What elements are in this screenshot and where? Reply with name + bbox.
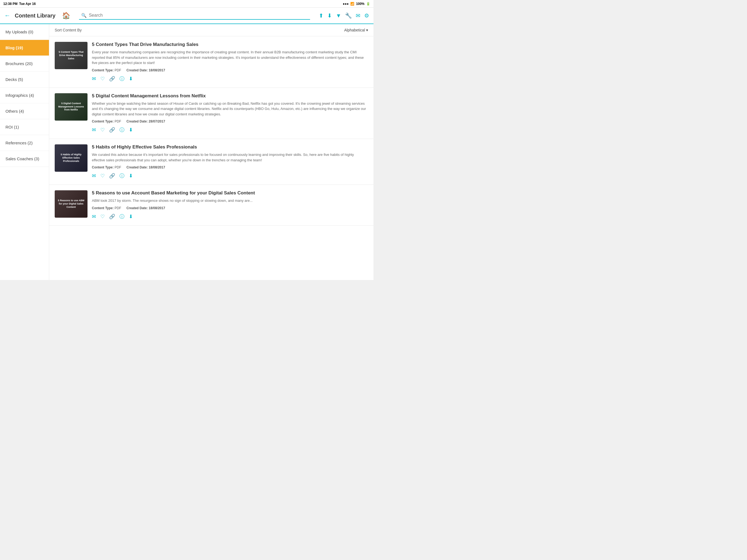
back-button[interactable]: ← bbox=[4, 12, 10, 19]
content-desc-3: ABM took 2017 by storm. The resurgence s… bbox=[92, 198, 368, 203]
wifi-icon: 📶 bbox=[350, 2, 354, 6]
status-left: 12:38 PM Tue Apr 16 bbox=[3, 2, 36, 6]
sidebar-item-6[interactable]: ROI (1) bbox=[0, 119, 49, 135]
content-desc-2: We curated this advice because it's impo… bbox=[92, 152, 368, 163]
content-item-1: 5 Digital Content Management Lessons fro… bbox=[49, 88, 374, 139]
action-info-3[interactable]: ⓘ bbox=[120, 213, 124, 220]
sort-bar: Sort Content By Alphabetical ▾ bbox=[49, 24, 374, 36]
content-thumbnail-2: 5 Habits of Highly Effective Sales Profe… bbox=[55, 144, 87, 172]
sort-dropdown[interactable]: Alphabetical ▾ bbox=[344, 28, 368, 32]
search-bar: 🔍 bbox=[79, 12, 310, 20]
sidebar-item-5[interactable]: Others (4) bbox=[0, 103, 49, 119]
status-day: Tue Apr 16 bbox=[19, 2, 36, 6]
sidebar-item-1[interactable]: Blog (19) bbox=[0, 40, 49, 56]
upload-icon[interactable]: ⬆ bbox=[319, 12, 324, 19]
action-heart-0[interactable]: ♡ bbox=[100, 76, 105, 82]
settings-icon[interactable]: ⚙ bbox=[364, 12, 369, 19]
status-time: 12:38 PM bbox=[3, 2, 18, 6]
content-item-0: 5 Content Types That Drive Manufacturing… bbox=[49, 36, 374, 88]
main-layout: My Uploads (0)Blog (19)Brochures (20)Dec… bbox=[0, 24, 374, 280]
content-thumbnail-1: 5 Digital Content Management Lessons fro… bbox=[55, 93, 87, 121]
action-download-1[interactable]: ⬇ bbox=[129, 127, 133, 133]
content-actions-3: ✉ ♡ 🔗 ⓘ ⬇ bbox=[92, 213, 368, 220]
action-heart-2[interactable]: ♡ bbox=[100, 173, 105, 179]
chevron-down-icon: ▾ bbox=[366, 28, 368, 32]
filter-icon[interactable]: ▼ bbox=[336, 12, 341, 19]
home-icon[interactable]: 🏠 bbox=[62, 12, 70, 19]
content-item-3: 5 Reasons to use ABM for your Digital Sa… bbox=[49, 185, 374, 226]
status-bar: 12:38 PM Tue Apr 16 ●●● 📶 100% 🔋 bbox=[0, 0, 374, 8]
content-item-2: 5 Habits of Highly Effective Sales Profe… bbox=[49, 139, 374, 185]
action-download-3[interactable]: ⬇ bbox=[129, 213, 133, 220]
signal-icon: ●●● bbox=[343, 2, 349, 6]
content-actions-2: ✉ ♡ 🔗 ⓘ ⬇ bbox=[92, 173, 368, 179]
content-title-0: 5 Content Types That Drive Manufacturing… bbox=[92, 42, 368, 47]
sidebar-item-7[interactable]: References (2) bbox=[0, 135, 49, 151]
sidebar-item-0[interactable]: My Uploads (0) bbox=[0, 24, 49, 40]
download-icon[interactable]: ⬇ bbox=[327, 12, 332, 19]
thumb-text-0: 5 Content Types That Drive Manufacturing… bbox=[55, 42, 87, 69]
content-area: Sort Content By Alphabetical ▾ 5 Content… bbox=[49, 24, 374, 280]
content-meta-0: Content Type: PDF Created Date: 18/08/20… bbox=[92, 68, 368, 72]
sidebar-item-2[interactable]: Brochures (20) bbox=[0, 56, 49, 72]
action-info-0[interactable]: ⓘ bbox=[120, 75, 124, 82]
action-link-1[interactable]: 🔗 bbox=[109, 127, 115, 133]
content-body-2: 5 Habits of Highly Effective Sales Profe… bbox=[92, 144, 368, 179]
page-title: Content Library bbox=[15, 12, 55, 19]
sidebar-item-4[interactable]: Infographics (4) bbox=[0, 87, 49, 103]
battery-level: 100% bbox=[356, 2, 364, 6]
action-link-3[interactable]: 🔗 bbox=[109, 213, 115, 220]
action-mail-1[interactable]: ✉ bbox=[92, 127, 96, 133]
content-desc-0: Every year more manufacturing companies … bbox=[92, 50, 368, 66]
content-meta-3: Content Type: PDF Created Date: 18/08/20… bbox=[92, 206, 368, 210]
sort-value: Alphabetical bbox=[344, 28, 365, 32]
action-mail-3[interactable]: ✉ bbox=[92, 213, 96, 220]
action-mail-2[interactable]: ✉ bbox=[92, 173, 96, 179]
action-heart-1[interactable]: ♡ bbox=[100, 127, 105, 133]
content-thumbnail-0: 5 Content Types That Drive Manufacturing… bbox=[55, 42, 87, 69]
action-info-2[interactable]: ⓘ bbox=[120, 173, 124, 179]
mail-icon[interactable]: ✉ bbox=[356, 12, 360, 19]
sidebar-item-3[interactable]: Decks (5) bbox=[0, 72, 49, 87]
content-actions-1: ✉ ♡ 🔗 ⓘ ⬇ bbox=[92, 127, 368, 133]
content-meta-1: Content Type: PDF Created Date: 28/07/20… bbox=[92, 120, 368, 123]
action-link-0[interactable]: 🔗 bbox=[109, 76, 115, 82]
battery-icon: 🔋 bbox=[366, 2, 370, 6]
content-body-1: 5 Digital Content Management Lessons fro… bbox=[92, 93, 368, 133]
header-actions: ⬆ ⬇ ▼ 🔧 ✉ ⚙ bbox=[319, 12, 369, 19]
wrench-icon[interactable]: 🔧 bbox=[345, 12, 352, 19]
search-icon: 🔍 bbox=[81, 13, 87, 18]
sidebar-item-8[interactable]: Sales Coaches (3) bbox=[0, 151, 49, 167]
action-mail-0[interactable]: ✉ bbox=[92, 76, 96, 82]
content-actions-0: ✉ ♡ 🔗 ⓘ ⬇ bbox=[92, 75, 368, 82]
action-download-0[interactable]: ⬇ bbox=[129, 76, 133, 82]
action-info-1[interactable]: ⓘ bbox=[120, 127, 124, 133]
content-body-0: 5 Content Types That Drive Manufacturing… bbox=[92, 42, 368, 82]
content-meta-2: Content Type: PDF Created Date: 18/08/20… bbox=[92, 166, 368, 169]
search-input[interactable] bbox=[89, 13, 308, 18]
content-title-2: 5 Habits of Highly Effective Sales Profe… bbox=[92, 144, 368, 150]
content-title-3: 5 Reasons to use Account Based Marketing… bbox=[92, 190, 368, 196]
action-heart-3[interactable]: ♡ bbox=[100, 213, 105, 220]
content-title-1: 5 Digital Content Management Lessons fro… bbox=[92, 93, 368, 99]
content-body-3: 5 Reasons to use Account Based Marketing… bbox=[92, 190, 368, 220]
content-thumbnail-3: 5 Reasons to use ABM for your Digital Sa… bbox=[55, 190, 87, 218]
action-link-2[interactable]: 🔗 bbox=[109, 173, 115, 179]
action-download-2[interactable]: ⬇ bbox=[129, 173, 133, 179]
status-right: ●●● 📶 100% 🔋 bbox=[343, 2, 370, 6]
sidebar: My Uploads (0)Blog (19)Brochures (20)Dec… bbox=[0, 24, 49, 280]
content-desc-1: Whether you're binge watching the latest… bbox=[92, 101, 368, 117]
header: ← Content Library 🏠 🔍 ⬆ ⬇ ▼ 🔧 ✉ ⚙ bbox=[0, 8, 374, 24]
thumb-text-2: 5 Habits of Highly Effective Sales Profe… bbox=[55, 144, 87, 172]
thumb-text-3: 5 Reasons to use ABM for your Digital Sa… bbox=[55, 190, 87, 218]
sort-label: Sort Content By bbox=[55, 28, 82, 32]
thumb-text-1: 5 Digital Content Management Lessons fro… bbox=[55, 93, 87, 121]
